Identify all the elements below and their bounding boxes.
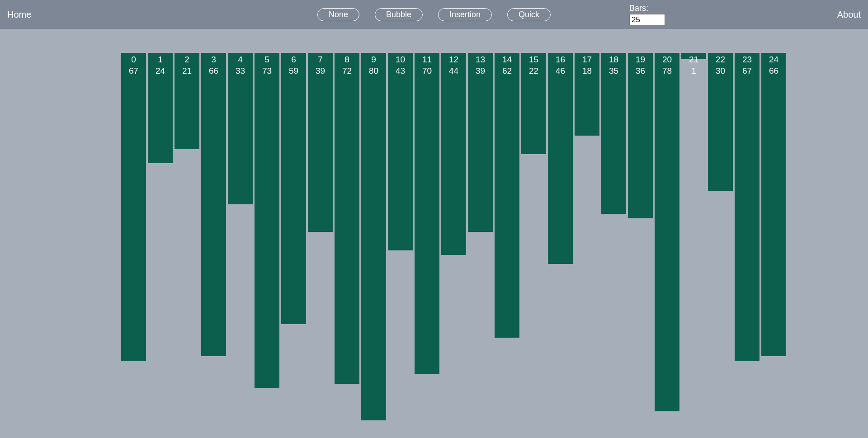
bar-index: 19 xyxy=(636,54,645,66)
bar-value: 24 xyxy=(156,66,165,77)
bar-index: 0 xyxy=(131,54,136,66)
bar-value: 70 xyxy=(422,66,432,77)
bar-value: 22 xyxy=(529,66,538,77)
bar-value: 66 xyxy=(769,66,778,77)
bar-item: 067 xyxy=(121,53,146,361)
bars-label: Bars: xyxy=(629,4,665,13)
bar-value: 18 xyxy=(582,66,592,77)
bar-item: 1936 xyxy=(628,53,653,218)
bar-value: 39 xyxy=(476,66,485,77)
insertion-button[interactable]: Insertion xyxy=(438,8,492,21)
bar-index: 16 xyxy=(556,54,565,66)
bar-value: 35 xyxy=(609,66,618,77)
bar-item: 980 xyxy=(361,53,386,420)
header-bar: Home None Bubble Insertion Quick Bars: A… xyxy=(0,0,868,29)
bar-value: 39 xyxy=(316,66,325,77)
bar-value: 44 xyxy=(449,66,458,77)
bar-item: 573 xyxy=(255,53,279,388)
bar-index: 4 xyxy=(238,54,243,66)
none-button[interactable]: None xyxy=(317,8,359,21)
bar-index: 12 xyxy=(449,54,458,66)
bar-index: 10 xyxy=(396,54,405,66)
bar-item: 872 xyxy=(335,53,359,384)
bar-item: 433 xyxy=(228,53,253,204)
bar-index: 21 xyxy=(689,54,698,66)
bar-value: 33 xyxy=(236,66,245,77)
bar-index: 18 xyxy=(609,54,618,66)
bar-value: 78 xyxy=(662,66,672,77)
bar-item: 2367 xyxy=(735,53,760,361)
bar-index: 5 xyxy=(264,54,269,66)
bar-item: 1339 xyxy=(468,53,493,232)
bars-input[interactable] xyxy=(629,14,665,25)
bar-item: 2466 xyxy=(761,53,786,356)
bar-item: 2230 xyxy=(708,53,733,191)
bar-item: 1835 xyxy=(601,53,626,214)
bar-value: 80 xyxy=(369,66,378,77)
bubble-button[interactable]: Bubble xyxy=(375,8,423,21)
bar-index: 1 xyxy=(158,54,163,66)
bars-control: Bars: xyxy=(629,4,665,25)
bar-item: 1522 xyxy=(521,53,546,154)
bar-item: 221 xyxy=(175,53,199,149)
bar-value: 67 xyxy=(129,66,138,77)
bar-index: 15 xyxy=(529,54,538,66)
bar-index: 3 xyxy=(211,54,216,66)
bar-index: 6 xyxy=(291,54,296,66)
bar-value: 72 xyxy=(342,66,352,77)
bar-index: 24 xyxy=(769,54,778,66)
bar-index: 17 xyxy=(582,54,592,66)
bar-index: 9 xyxy=(371,54,376,66)
bar-item: 1244 xyxy=(441,53,466,255)
bar-chart: 0671242213664335736597398729801043117012… xyxy=(121,53,788,420)
bar-item: 1170 xyxy=(415,53,439,374)
quick-button[interactable]: Quick xyxy=(507,8,551,21)
bar-value: 59 xyxy=(289,66,298,77)
sort-button-group: None Bubble Insertion Quick xyxy=(317,8,551,21)
bar-value: 62 xyxy=(502,66,512,77)
bar-value: 66 xyxy=(209,66,218,77)
bar-index: 7 xyxy=(318,54,323,66)
bar-index: 20 xyxy=(662,54,672,66)
bar-value: 73 xyxy=(262,66,272,77)
bar-value: 43 xyxy=(396,66,405,77)
bar-item: 739 xyxy=(308,53,333,232)
bar-item: 2078 xyxy=(655,53,679,411)
bar-index: 13 xyxy=(476,54,485,66)
about-link[interactable]: About xyxy=(837,9,861,19)
bar-item: 211 xyxy=(681,53,706,59)
bar-value: 30 xyxy=(716,66,725,77)
bar-item: 366 xyxy=(201,53,226,356)
bar-value: 21 xyxy=(182,66,192,77)
home-link[interactable]: Home xyxy=(7,9,31,19)
bar-item: 1462 xyxy=(495,53,519,338)
bar-item: 1646 xyxy=(548,53,573,264)
bar-value: 36 xyxy=(636,66,645,77)
bar-item: 659 xyxy=(281,53,306,324)
bar-index: 23 xyxy=(742,54,752,66)
bar-value: 67 xyxy=(742,66,752,77)
bar-value: 1 xyxy=(691,66,696,77)
bar-value: 46 xyxy=(556,66,565,77)
bar-item: 1718 xyxy=(575,53,599,136)
bar-index: 2 xyxy=(184,54,189,66)
bar-index: 14 xyxy=(502,54,512,66)
bar-item: 1043 xyxy=(388,53,413,250)
bar-index: 22 xyxy=(716,54,725,66)
bar-index: 8 xyxy=(344,54,349,66)
bar-item: 124 xyxy=(148,53,173,163)
bar-index: 11 xyxy=(422,54,432,66)
